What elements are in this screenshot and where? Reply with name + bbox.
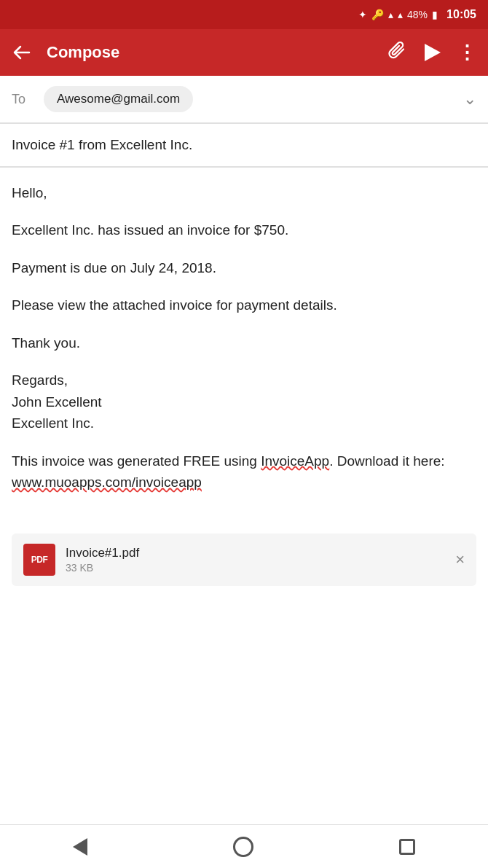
email-body[interactable]: Hello, Excellent Inc. has issued an invo…: [0, 168, 488, 507]
subject-field[interactable]: Invoice #1 from Excellent Inc.: [0, 124, 488, 167]
pdf-icon: PDF: [23, 544, 55, 576]
nav-home-button[interactable]: [233, 837, 253, 857]
nav-back-button[interactable]: [73, 838, 87, 856]
recipient-chip[interactable]: Awesome@gmail.com: [44, 86, 193, 112]
attachment-area: PDF Invoice#1.pdf 33 KB ×: [0, 522, 488, 598]
to-field[interactable]: To Awesome@gmail.com ⌄: [0, 76, 488, 123]
subject-text: Invoice #1 from Excellent Inc.: [12, 137, 192, 152]
bottom-nav: [0, 824, 488, 868]
attach-icon[interactable]: [387, 40, 408, 65]
invoiceapp-link[interactable]: InvoiceApp: [261, 453, 329, 469]
signal-icon: ▴: [398, 9, 403, 20]
to-label: To: [12, 92, 34, 107]
vpn-key-icon: 🔑: [371, 9, 384, 20]
website-link[interactable]: www.muoapps.com/invoiceapp: [12, 474, 202, 490]
signature: Regards, John Excellent Excellent Inc.: [12, 370, 476, 434]
nav-back-icon: [73, 838, 87, 856]
battery-icon: ▮: [432, 9, 438, 20]
remove-attachment-button[interactable]: ×: [455, 550, 465, 569]
footer-pre: This invoice was generated FREE using: [12, 453, 261, 469]
body-line1: Excellent Inc. has issued an invoice for…: [12, 219, 476, 241]
attachment-name: Invoice#1.pdf: [66, 546, 445, 560]
app-bar: Compose ⋮: [0, 29, 488, 76]
greeting: Hello,: [12, 182, 476, 203]
body-line3: Please view the attached invoice for pay…: [12, 294, 476, 316]
nav-recents-icon: [399, 839, 415, 855]
bluetooth-icon: ✦: [358, 9, 367, 20]
attachment-info: Invoice#1.pdf 33 KB: [66, 546, 445, 574]
status-time: 10:05: [446, 8, 476, 21]
status-icons: ✦ 🔑 ▴ ▴ 48% ▮ 10:05: [358, 8, 476, 21]
signature-line3: Excellent Inc.: [12, 415, 94, 431]
nav-recents-button[interactable]: [399, 839, 415, 855]
nav-home-icon: [233, 837, 253, 857]
battery-percent: 48%: [407, 9, 428, 20]
signature-line2: John Excellent: [12, 394, 102, 410]
attachment-size: 33 KB: [66, 562, 445, 574]
status-bar: ✦ 🔑 ▴ ▴ 48% ▮ 10:05: [0, 0, 488, 29]
body-line4: Thank you.: [12, 332, 476, 353]
send-button[interactable]: [422, 42, 443, 63]
expand-recipients-icon[interactable]: ⌄: [463, 90, 476, 109]
app-bar-actions: ⋮: [387, 40, 476, 65]
back-button[interactable]: [12, 42, 32, 63]
signature-line1: Regards,: [12, 372, 68, 388]
footer: This invoice was generated FREE using In…: [12, 450, 476, 493]
body-line2: Payment is due on July 24, 2018.: [12, 257, 476, 278]
wifi-icon: ▴: [388, 9, 393, 20]
attachment-card[interactable]: PDF Invoice#1.pdf 33 KB ×: [12, 533, 476, 586]
footer-mid: . Download it here:: [329, 453, 444, 469]
more-options-icon[interactable]: ⋮: [457, 42, 476, 64]
compose-title: Compose: [47, 43, 373, 62]
